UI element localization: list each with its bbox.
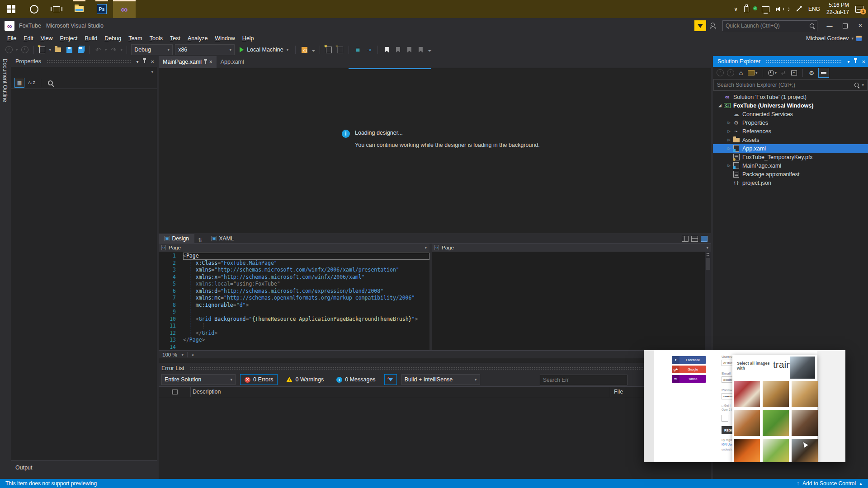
toolbar-overflow2-icon[interactable]: ▁▾ xyxy=(427,47,432,52)
file-explorer-button[interactable] xyxy=(68,0,90,18)
start-button[interactable] xyxy=(0,0,23,18)
code-line[interactable]: 3 ┊ xmlns="http://schemas.microsoft.com/… xyxy=(159,267,429,274)
horizontal-split-icon[interactable] xyxy=(691,236,698,242)
code-line[interactable]: 13</Page> xyxy=(159,337,429,344)
code-line[interactable]: 10 ┊ <Grid Background="{ThemeResource Ap… xyxy=(159,316,429,323)
clock[interactable]: 5:16 PM 22-Jul-17 xyxy=(826,2,849,16)
window-position-chevron-icon[interactable]: ▾ xyxy=(136,59,138,64)
description-column-header[interactable]: Description xyxy=(190,387,610,397)
tree-item-Solution 'FoxTube' (1 project)[interactable]: ∞ Solution 'FoxTube' (1 project) xyxy=(713,93,868,101)
find-in-files-icon[interactable] xyxy=(300,45,309,54)
platform-dropdown[interactable]: x86▾ xyxy=(175,44,235,55)
collapsed-arrow-icon[interactable]: ▷ xyxy=(726,138,732,142)
create-list-icon[interactable] xyxy=(324,45,333,54)
indent-icon[interactable]: ≣ xyxy=(353,45,362,54)
captcha-tile-pancakes[interactable] xyxy=(792,381,818,407)
photoshop-button[interactable]: Ps xyxy=(90,0,113,18)
menu-tools[interactable]: Tools xyxy=(146,34,166,42)
messages-toggle[interactable]: i0 Messages xyxy=(332,375,379,385)
close-button[interactable]: × xyxy=(853,18,868,33)
menu-analyze[interactable]: Analyze xyxy=(184,34,211,42)
code-line[interactable]: 12 ┊ </Grid> xyxy=(159,330,429,337)
next-bookmark-icon[interactable] xyxy=(405,45,414,54)
open-file-icon[interactable] xyxy=(53,45,62,54)
home-icon[interactable]: ⌂ xyxy=(737,68,745,77)
code-line[interactable]: 2 ┊ x:Class="FoxTube.MainPage" xyxy=(159,260,429,267)
categorized-icon[interactable]: ▦ xyxy=(14,78,24,88)
collapsed-arrow-icon[interactable]: ▷ xyxy=(726,129,732,133)
navigate-back-icon[interactable]: ‹ xyxy=(5,45,14,54)
volume-icon[interactable] xyxy=(776,7,789,12)
breadcrumb-chevron-icon[interactable]: ▾ xyxy=(425,245,427,250)
errors-toggle[interactable]: ✕0 Errors xyxy=(240,374,278,385)
collapsed-arrow-icon[interactable]: ▷ xyxy=(726,146,732,150)
tab-App.xaml[interactable]: App.xaml xyxy=(217,56,248,68)
tree-item-MainPage.xaml[interactable]: ▷ MainPage.xaml xyxy=(713,161,868,170)
menu-project[interactable]: Project xyxy=(57,34,81,42)
window-position-chevron-icon[interactable]: ▾ xyxy=(847,59,849,64)
user-avatar[interactable] xyxy=(856,36,862,41)
code-line[interactable]: 9 ┊ xyxy=(159,309,429,316)
pin-icon[interactable] xyxy=(855,60,856,63)
code-line[interactable]: 7 ┊ xmlns:mc="http://schemas.openxmlform… xyxy=(159,295,429,302)
tree-item-project.json[interactable]: {} project.json xyxy=(713,178,868,187)
toolbar-overflow-icon[interactable]: ▁▾ xyxy=(311,47,316,52)
start-debugging-button[interactable]: Local Machine ▾ xyxy=(237,47,291,53)
breadcrumb-chevron-icon[interactable]: ▾ xyxy=(706,245,708,250)
captcha-tile-coffee-and-cookies[interactable] xyxy=(792,439,818,462)
navigate-back-chevron-icon[interactable]: ▾ xyxy=(16,47,18,52)
code-line[interactable]: 4 ┊ xmlns:x="http://schemas.microsoft.co… xyxy=(159,274,429,281)
menu-view[interactable]: View xyxy=(37,34,57,42)
task-view-button[interactable] xyxy=(45,0,68,18)
add-to-source-control-button[interactable]: ↑ Add to Source Control ▲ xyxy=(797,480,863,487)
solution-explorer-search-input[interactable]: Search Solution Explorer (Ctrl+;) ▾ xyxy=(713,79,868,91)
captcha-tile-bread-pudding[interactable] xyxy=(763,381,789,407)
editor-scrollbar[interactable] xyxy=(705,252,711,350)
tree-item-FoxTube_TemporaryKey.pfx[interactable]: FoxTube_TemporaryKey.pfx xyxy=(713,153,868,161)
menu-window[interactable]: Window xyxy=(211,34,238,42)
severity-column-icon[interactable] xyxy=(172,389,178,394)
restore-button[interactable] xyxy=(837,18,853,33)
close-icon[interactable]: × xyxy=(209,59,212,65)
bookmark-icon[interactable] xyxy=(382,45,391,54)
menu-team[interactable]: Team xyxy=(125,34,146,42)
pin-icon[interactable] xyxy=(205,61,206,64)
tree-item-Properties[interactable]: ▷ ⚙ Properties xyxy=(713,118,868,127)
usb-icon[interactable] xyxy=(744,6,749,12)
close-icon[interactable]: × xyxy=(862,58,865,65)
close-icon[interactable]: × xyxy=(151,58,154,65)
secondary-code-pane[interactable] xyxy=(432,252,705,350)
network-icon[interactable] xyxy=(762,6,769,12)
menu-test[interactable]: Test xyxy=(166,34,184,42)
new-file-chevron-icon[interactable]: ▾ xyxy=(49,47,52,52)
hscroll-left-icon[interactable]: ◂ xyxy=(188,352,197,357)
tree-item-Package.appxmanifest[interactable]: Package.appxmanifest xyxy=(713,170,868,178)
back-icon[interactable]: ‹ xyxy=(717,68,724,77)
facebook-login-button[interactable]: f Facebook xyxy=(672,356,706,364)
pen-icon[interactable] xyxy=(796,6,801,11)
minimize-button[interactable]: — xyxy=(822,18,837,33)
properties-object-dropdown[interactable]: ▾ xyxy=(11,67,157,77)
undo-icon[interactable]: ↶ xyxy=(94,45,103,54)
feedback-button[interactable] xyxy=(694,20,706,31)
pin-icon[interactable] xyxy=(144,60,145,63)
design-tab[interactable]: ▣Design xyxy=(159,234,194,243)
undo-chevron-icon[interactable]: ▾ xyxy=(105,47,107,52)
menu-build[interactable]: Build xyxy=(81,34,101,42)
tree-item-Connected Services[interactable]: ☁ Connected Services xyxy=(713,110,868,118)
prev-bookmark-icon[interactable] xyxy=(393,45,402,54)
error-source-dropdown[interactable]: Build + IntelliSense▾ xyxy=(401,374,480,385)
tree-item-App.xaml[interactable]: ▷ App.xaml xyxy=(713,144,868,153)
save-icon[interactable] xyxy=(65,45,74,54)
solution-config-dropdown[interactable]: Debug▾ xyxy=(131,44,173,55)
signed-in-user[interactable]: Michael Gordeev xyxy=(806,35,849,42)
document-outline-tab[interactable]: Document Outline xyxy=(0,56,10,105)
collapse-pane-icon[interactable] xyxy=(701,236,708,242)
collapse-all-icon[interactable]: − xyxy=(790,68,797,77)
breadcrumb-left[interactable]: ‹› Page ▾ xyxy=(159,244,432,252)
cortana-button[interactable] xyxy=(23,0,45,18)
warnings-toggle[interactable]: 0 Warnings xyxy=(282,375,328,385)
new-file-icon[interactable] xyxy=(38,45,47,54)
scrollbar-thumb[interactable] xyxy=(706,258,710,270)
switch-views-icon[interactable]: ▾ xyxy=(748,68,758,77)
